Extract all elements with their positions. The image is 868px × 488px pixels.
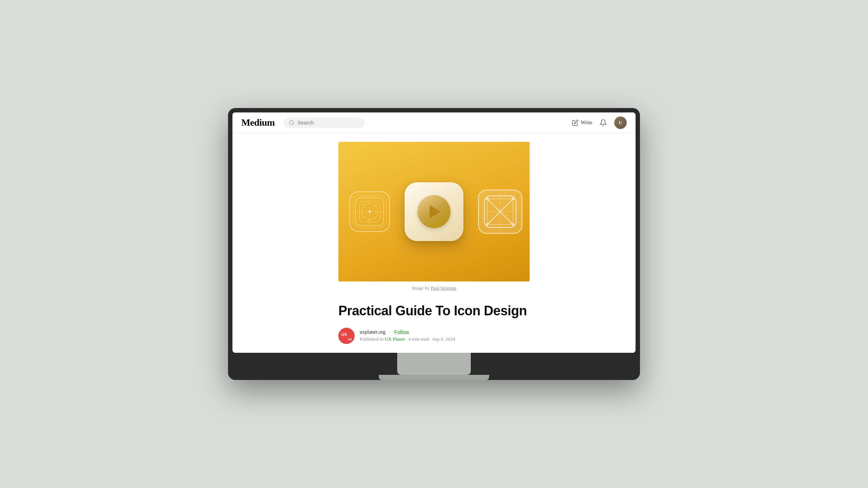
svg-point-16 bbox=[486, 197, 489, 200]
article-body: Practical Guide To Icon Design UX UX uxp… bbox=[338, 303, 530, 352]
bell-icon[interactable] bbox=[600, 119, 607, 126]
play-triangle bbox=[430, 205, 441, 218]
follow-button[interactable]: Follow bbox=[394, 329, 409, 335]
article-title: Practical Guide To Icon Design bbox=[338, 303, 530, 319]
author-meta: Published in UX Planet · 4 min read · Se… bbox=[360, 336, 455, 342]
play-circle bbox=[417, 195, 451, 228]
monitor-stand bbox=[397, 353, 471, 375]
search-input[interactable] bbox=[298, 120, 359, 126]
article-content: Image by Paul Stomma Practical Guide To … bbox=[232, 142, 636, 352]
svg-point-17 bbox=[512, 197, 515, 200]
icons-illustration bbox=[338, 142, 530, 281]
svg-line-1 bbox=[293, 124, 294, 125]
user-avatar[interactable]: U bbox=[614, 116, 627, 129]
wireframe-x-svg bbox=[484, 195, 517, 228]
write-icon bbox=[572, 119, 579, 126]
svg-point-19 bbox=[512, 223, 515, 226]
author-info: uxplanet.org · Follow Published in UX Pl… bbox=[360, 329, 455, 342]
icon-center-play bbox=[405, 182, 463, 241]
icon-wireframe-left-inner bbox=[353, 195, 386, 228]
icon-wireframe-left bbox=[349, 191, 390, 232]
icon-wireframe-right bbox=[478, 190, 522, 234]
wireframe-grid-svg bbox=[355, 197, 384, 226]
navbar-right: Write U bbox=[572, 116, 627, 129]
svg-text:UX: UX bbox=[341, 332, 347, 337]
image-caption-author-link[interactable]: Paul Stomma bbox=[431, 285, 456, 291]
article-hero: Image by Paul Stomma bbox=[338, 142, 530, 291]
dot-separator: · bbox=[389, 329, 391, 335]
author-name-row: uxplanet.org · Follow bbox=[360, 329, 455, 335]
monitor-base bbox=[379, 375, 489, 380]
author-name[interactable]: uxplanet.org bbox=[360, 329, 385, 335]
icon-wireframe-right-inner bbox=[483, 194, 518, 229]
publication-link[interactable]: UX Planet bbox=[385, 336, 405, 342]
search-bar[interactable] bbox=[284, 118, 364, 128]
image-caption: Image by Paul Stomma bbox=[338, 285, 530, 291]
brand-logo[interactable]: Medium bbox=[241, 117, 275, 128]
svg-point-18 bbox=[486, 223, 489, 226]
svg-point-0 bbox=[289, 121, 294, 125]
write-label: Write bbox=[581, 120, 592, 126]
navbar: Medium Write bbox=[232, 112, 636, 133]
avatar-image: U bbox=[614, 116, 627, 129]
author-avatar[interactable]: UX UX bbox=[338, 328, 355, 344]
author-avatar-svg: UX UX bbox=[338, 328, 355, 344]
svg-text:UX: UX bbox=[348, 338, 352, 341]
author-row: UX UX uxplanet.org · Follow Published in bbox=[338, 328, 530, 344]
search-icon bbox=[289, 120, 295, 126]
write-button[interactable]: Write bbox=[572, 119, 592, 126]
hero-image bbox=[338, 142, 530, 281]
